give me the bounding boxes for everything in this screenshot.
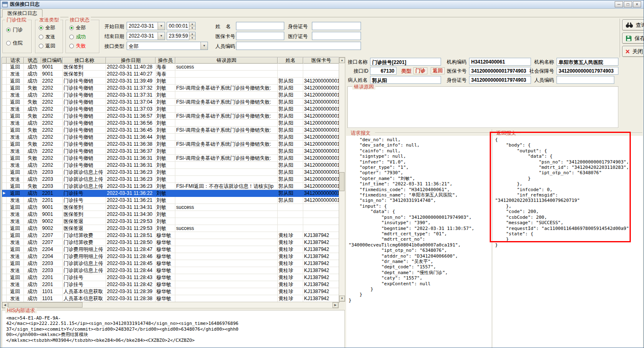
end-date-picker[interactable]: 2022-03-31 ▼ [127, 32, 165, 40]
radio-send-all[interactable]: 全部 [39, 24, 55, 31]
request-payload[interactable]: "dev_no": null, "dev_safe_info": null, "… [346, 136, 492, 348]
start-time-spinner[interactable]: 00:00:01 ▲▼ [167, 22, 196, 30]
start-date-picker[interactable]: 2022-03-31 ▼ [127, 22, 165, 30]
table-row[interactable]: 发送成功2203门诊就诊信息上传2022-03-31 11:36:23刘敏郭从阳… [2, 176, 339, 183]
id-number-input[interactable] [312, 22, 361, 30]
table-row[interactable]: 发送成功2204门诊费用明细上传2022-03-31 11:28:46穆华敏黄桂… [2, 253, 339, 260]
ssn-field[interactable]: 34120000000017974903 [557, 67, 618, 75]
table-row[interactable]: 发送成功2201门诊挂号2022-03-31 11:28:42穆华敏黄桂珍KJ1… [2, 281, 339, 288]
radio-status-success[interactable]: 成功 [69, 33, 86, 40]
table-row[interactable]: 返回成功2201门诊挂号2022-03-31 11:28:43穆华敏黄桂珍KJ1… [2, 274, 339, 281]
patient-name-field[interactable]: 郭从阳 [370, 76, 441, 84]
table-row[interactable]: 返回失败2202门诊挂号撤销2022-03-31 11:37:32刘敏FSI-调… [2, 85, 339, 92]
radio-status-fail[interactable]: 失败 [69, 43, 86, 50]
col-header-operation-date[interactable]: 操作日期 [106, 57, 156, 64]
chevron-down-icon[interactable]: ▼ [158, 32, 165, 40]
scroll-down-icon[interactable]: ▼ [339, 296, 345, 301]
org-name-field[interactable]: 阜阳市第五人民医院 [557, 58, 618, 66]
table-row[interactable]: 发送成功1101人员基本信息获取2022-03-31 11:28:38穆华敏黄桂… [2, 295, 339, 302]
table-row[interactable]: 发送成功2201门诊挂号2022-03-31 11:36:21刘敏郭从阳3412… [2, 197, 339, 204]
col-header-patient-name[interactable]: 姓名 [278, 57, 303, 64]
table-row[interactable]: 发送成功2202门诊挂号撤销2022-03-31 11:36:56刘敏郭从阳34… [2, 120, 339, 127]
spin-down-icon[interactable]: ▼ [189, 26, 195, 30]
table-horizontal-scrollbar[interactable]: ◀ ▶ [2, 302, 339, 308]
table-row[interactable]: 发送成功2203门诊就诊信息上传2022-03-31 11:28:44穆华敏黄桂… [2, 267, 339, 274]
table-row[interactable]: 返回成功9001医保签到2022-03-31 11:40:28海泰success [2, 64, 339, 71]
tab-insurance-interface-log[interactable]: 医保接口日志 [2, 9, 42, 18]
query-button[interactable]: 查询 [622, 19, 644, 31]
radio-status-all[interactable]: 全部 [69, 24, 86, 31]
chevron-down-icon[interactable]: ▼ [158, 22, 165, 30]
vertical-scroll-thumb[interactable] [339, 172, 344, 191]
spin-down-icon[interactable]: ▼ [189, 36, 195, 40]
cell-operation-date: 2022-03-31 11:37:04 [106, 99, 156, 106]
interface-type-select[interactable]: 全部 ▼ [127, 42, 208, 50]
table-row[interactable]: 发送成功9001医保签到2022-03-31 11:40:27海泰 [2, 71, 339, 78]
radio-inpatient[interactable]: 住院 [6, 40, 23, 47]
interface-id-field[interactable]: 67130 [370, 67, 396, 75]
table-row[interactable]: 返回成功9002医保签退2022-03-31 11:29:53刘敏success [2, 225, 339, 232]
cell-operator: 刘敏 [156, 127, 175, 134]
scroll-left-icon[interactable]: ◀ [2, 302, 8, 308]
interface-name-field[interactable]: 门诊挂号[2201] [370, 58, 441, 66]
table-row[interactable]: 返回失败2202门诊挂号撤销2022-03-31 11:36:57刘敏FSI-调… [2, 113, 339, 120]
table-row[interactable]: 返回成功2204门诊费用明细上传2022-03-31 11:28:47穆华敏黄桂… [2, 246, 339, 253]
col-header-status[interactable]: 状态 [24, 57, 41, 64]
table-row[interactable]: 发送成功9001医保签到2022-03-31 11:34:30刘敏 [2, 211, 339, 218]
medical-cert-input[interactable] [312, 32, 361, 40]
detail-card-field[interactable]: 34120000000017974903 [469, 67, 531, 75]
table-row[interactable]: 返回失败2202门诊挂号撤销2022-03-31 11:37:04刘敏FSI-调… [2, 99, 339, 106]
chevron-down-icon[interactable]: ▼ [201, 42, 208, 50]
table-row[interactable]: 发送成功9002医保签退2022-03-31 11:29:53刘敏 [2, 218, 339, 225]
radio-send[interactable]: 发送 [39, 33, 55, 40]
save-button[interactable]: 保存 [622, 33, 644, 44]
close-button[interactable]: × 关闭 [622, 46, 644, 57]
table-row[interactable]: 返回失败2202门诊挂号撤销2022-03-31 11:36:45刘敏FSI-调… [2, 127, 339, 134]
table-row[interactable]: 返回失败2202门诊挂号撤销2022-03-31 11:36:31刘敏FSI-调… [2, 155, 339, 162]
spin-up-icon[interactable]: ▲ [189, 32, 195, 36]
scroll-right-icon[interactable]: ▶ [333, 302, 338, 308]
radio-label: 返回 [45, 43, 55, 50]
table-row[interactable]: 返回成功2203门诊就诊信息上传2022-03-31 11:36:23刘敏郭从阳… [2, 169, 339, 176]
radio-return[interactable]: 返回 [39, 43, 55, 50]
insurance-card-input[interactable] [236, 32, 284, 40]
close-window-icon[interactable]: × [633, 1, 641, 7]
detail-id-field[interactable]: 34120000000017974903 [469, 76, 531, 84]
table-row[interactable]: 返回成功2203门诊就诊信息上传2022-03-31 11:28:45穆华敏黄桂… [2, 260, 339, 267]
table-row[interactable]: 发送成功2207门诊结算收费2022-03-31 11:28:50穆华敏黄桂珍K… [2, 239, 339, 246]
table-row[interactable]: 返回失败2203门诊就诊信息上传2022-03-31 11:36:23刘敏FSI… [2, 183, 339, 190]
table-row[interactable]: ▶返回成功2201门诊挂号2022-03-31 11:36:22刘敏郭从阳341… [2, 190, 339, 197]
table-row[interactable]: 发送成功2202门诊挂号撤销2022-03-31 11:36:31刘敏郭从阳34… [2, 162, 339, 169]
maximize-icon[interactable]: □ [624, 1, 632, 7]
table-row[interactable]: 发送成功2202门诊挂号撤销2022-03-31 11:36:37刘敏郭从阳34… [2, 148, 339, 155]
scroll-up-icon[interactable]: ▲ [339, 57, 345, 63]
response-payload[interactable]: { "body": { "output": { "data": { "psn_n… [493, 136, 643, 348]
cell-error-reason [175, 288, 278, 295]
name-input[interactable] [236, 22, 284, 30]
org-code-field[interactable]: H34120400061 [469, 58, 531, 66]
table-row[interactable]: 返回成功2202门诊挂号撤销2022-03-31 11:39:49刘敏郭从阳34… [2, 78, 339, 85]
col-header-interface-name[interactable]: 接口名称 [63, 57, 106, 64]
table-row[interactable]: 返回成功1101人员基本信息获取2022-03-31 11:28:39穆华敏黄桂… [2, 288, 339, 295]
col-header-request[interactable]: 请求 [7, 57, 24, 64]
end-time-spinner[interactable]: 23:59:59 ▲▼ [167, 32, 196, 40]
col-header-insurance-card[interactable]: 医保卡号 [303, 57, 339, 64]
table-row[interactable]: 发送成功2202门诊挂号撤销2022-03-31 11:37:31刘敏郭从阳34… [2, 92, 339, 99]
person-code-input[interactable] [236, 42, 361, 50]
table-row[interactable]: 返回失败2202门诊挂号撤销2022-03-31 11:36:38刘敏FSI-调… [2, 141, 339, 148]
cell-request: 发送 [7, 218, 24, 225]
his-request-memo[interactable]: <mac>54-E1-AD-FE-9A- 42</mac><ip>222.222… [4, 314, 343, 347]
col-header-error-reason[interactable]: 错误原因 [175, 57, 278, 64]
spin-up-icon[interactable]: ▲ [189, 22, 195, 26]
detail-person-code-field[interactable] [557, 76, 614, 84]
table-row[interactable]: 返回成功2207门诊结算收费2022-03-31 11:28:51穆华敏黄桂珍K… [2, 232, 339, 239]
table-row[interactable]: 返回成功9001医保签到2022-03-31 11:34:31刘敏success [2, 204, 339, 211]
table-row[interactable]: 发送成功2202门诊挂号撤销2022-03-31 11:36:44刘敏郭从阳34… [2, 134, 339, 141]
horizontal-scroll-thumb[interactable] [8, 302, 83, 308]
radio-outpatient[interactable]: 门诊 [6, 26, 23, 33]
minimize-icon[interactable]: ─ [615, 1, 623, 7]
col-header-operator[interactable]: 操作员 [156, 57, 175, 64]
col-header-interface-code[interactable]: 接口编码 [41, 57, 63, 64]
table-row[interactable]: 发送成功2202门诊挂号撤销2022-03-31 11:37:03刘敏郭从阳34… [2, 106, 339, 113]
table-vertical-scrollbar[interactable]: ▲ ▼ [339, 57, 345, 302]
